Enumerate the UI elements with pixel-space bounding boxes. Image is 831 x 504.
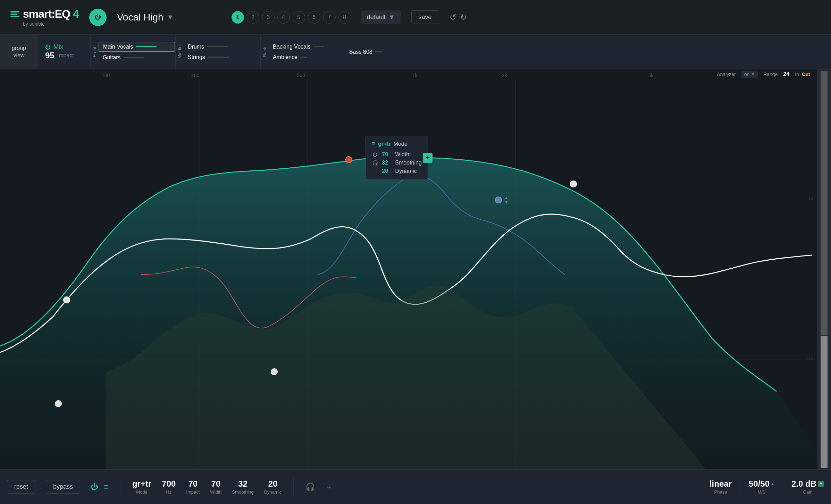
track-item-bass808[interactable]: Bass 808	[345, 48, 421, 57]
preset-selector[interactable]: Vocal High ▼	[117, 12, 221, 23]
profile-selector[interactable]: default ▼	[361, 10, 401, 24]
mode-eq-icon[interactable]: ≡	[104, 482, 108, 492]
logo: smart:EQ 4 by sonible	[10, 8, 79, 27]
out-label: Out	[802, 72, 810, 77]
back-label: Back	[260, 35, 269, 69]
param-impact-value: 70	[188, 479, 198, 489]
param-dynamic-value: 20	[268, 479, 278, 489]
param-hz-label: Hz	[166, 489, 171, 495]
popup-width-param: Width	[395, 151, 409, 158]
eq-node-high[interactable]	[570, 180, 577, 187]
popup-header: ≡ gr+tr Mode	[371, 140, 422, 148]
track-item-strings[interactable]: Strings	[184, 53, 260, 62]
mode-power-icon[interactable]: ⏻	[91, 482, 98, 492]
analyzer-on-button[interactable]: on ▼	[741, 71, 758, 78]
front-tracks: Main Vocals Guitars	[99, 35, 175, 69]
track-bar-main-vocals	[136, 46, 157, 47]
freq-labels: 100 200 500 1k 2k 5k	[0, 71, 814, 79]
preset-dropdown-arrow[interactable]: ▼	[167, 13, 174, 21]
analyzer-controls: Analyzer on ▼ Range 24 In Out	[717, 71, 810, 78]
ms-arrow-up-icon: ▲	[771, 482, 774, 486]
track-item-main-vocals[interactable]: Main Vocals	[99, 42, 175, 52]
track-bar-drums	[207, 46, 228, 47]
header: smart:EQ 4 by sonible ⏻ Vocal High ▼ 1 2…	[0, 0, 831, 35]
freq-label-200: 200	[191, 73, 199, 78]
eq-area[interactable]: 100 200 500 1k 2k 5k Analyzer on ▼ Range…	[0, 69, 831, 469]
mix-section: ⏻ Mix 95 Impact	[38, 40, 90, 64]
mix-text: Mix	[53, 43, 63, 51]
eq-node-active[interactable]	[345, 156, 352, 163]
range-value: 24	[783, 71, 789, 77]
front-label: Front	[90, 35, 99, 69]
undo-redo: ↺ ↻	[450, 12, 467, 22]
freq-label-1k: 1k	[412, 73, 418, 78]
logo-bar-2	[10, 14, 17, 15]
add-band-icon[interactable]: ＋	[325, 482, 333, 492]
instance-btn-7[interactable]: 7	[323, 11, 336, 24]
eq-node-dip[interactable]	[271, 368, 278, 375]
track-bar-backing-vocals	[313, 46, 324, 47]
group-view-label: group view	[12, 45, 26, 59]
instance-btn-4[interactable]: 4	[277, 11, 290, 24]
param-group-smoothing: 32 Smoothing	[232, 479, 254, 495]
param-hz-value: 700	[162, 479, 176, 489]
save-button[interactable]: save	[411, 10, 439, 24]
instance-btn-2[interactable]: 2	[247, 11, 259, 24]
bypass-button[interactable]: bypass	[46, 480, 80, 494]
popup-width-value: 70	[382, 151, 392, 158]
reset-button[interactable]: reset	[7, 480, 35, 494]
middle-section: Middle Drums Strings	[175, 35, 260, 69]
popup-dynamic-param: Dynamic	[395, 168, 417, 174]
track-item-ambience[interactable]: Ambience	[269, 53, 345, 62]
instance-btn-1[interactable]: 1	[232, 11, 244, 24]
instance-btn-3[interactable]: 3	[262, 11, 275, 24]
eq-node-low-cut[interactable]	[55, 400, 62, 407]
track-bar-strings	[208, 57, 229, 58]
popup-smoothing-icon: 🎧	[371, 160, 378, 166]
param-mode-value: gr+tr	[132, 479, 151, 489]
track-item-drums[interactable]: Drums	[184, 42, 260, 51]
param-smoothing-value: 32	[238, 479, 247, 489]
instance-btn-8[interactable]: 8	[338, 11, 351, 24]
eq-node-low-shelf[interactable]	[63, 296, 70, 303]
track-item-backing-vocals[interactable]: Backing Vocals	[269, 42, 345, 51]
preset-name: Vocal High	[117, 12, 163, 23]
channel-strip: group view ⏻ Mix 95 Impact Front Main Vo…	[0, 35, 831, 69]
in-label: In	[795, 72, 799, 77]
track-name-bass808: Bass 808	[349, 49, 372, 55]
popup-add-button[interactable]: +	[423, 153, 433, 163]
track-item-guitars[interactable]: Guitars	[99, 53, 175, 62]
power-button[interactable]: ⏻	[89, 9, 107, 26]
analyzer-state: on	[744, 72, 750, 77]
param-group-phase: linear Phase	[710, 479, 732, 495]
logo-bar-3	[10, 16, 19, 17]
instance-btn-5[interactable]: 5	[293, 11, 305, 24]
eq-node-peak-blue[interactable]: ▲ ▼	[495, 196, 502, 203]
redo-button[interactable]: ↻	[460, 12, 467, 22]
freq-label-5k: 5k	[648, 73, 654, 78]
range-label: Range	[763, 72, 778, 77]
logo-top: smart:EQ 4	[10, 8, 79, 20]
param-group-dynamic: 20 Dynamic	[264, 479, 282, 495]
param-divider-0	[120, 478, 120, 496]
analyzer-label: Analyzer	[717, 72, 736, 77]
front-section: Front Main Vocals Guitars	[90, 35, 175, 69]
freq-label-500: 500	[297, 73, 305, 78]
track-name-drums: Drums	[188, 44, 204, 50]
param-width-value: 70	[211, 479, 221, 489]
meter-bar-top	[821, 71, 828, 335]
in-out-labels: In Out	[795, 72, 810, 77]
undo-button[interactable]: ↺	[450, 12, 456, 22]
middle-label: Middle	[175, 35, 184, 69]
track-name-guitars: Guitars	[103, 54, 121, 61]
group-view-button[interactable]: group view	[0, 35, 38, 69]
param-group-mode: gr+tr Mode	[132, 479, 151, 495]
ms-arrows: ▲	[771, 482, 774, 486]
arrow-up-icon: ▲	[504, 195, 509, 200]
headphone-icon[interactable]: 🎧	[305, 482, 315, 492]
instance-btn-6[interactable]: 6	[308, 11, 320, 24]
mix-power-icon[interactable]: ⏻	[45, 44, 51, 50]
param-mode-label: Mode	[136, 489, 148, 495]
popup-mode-value: gr+tr	[378, 141, 391, 147]
mode-controls: ⏻ ≡	[91, 482, 108, 492]
